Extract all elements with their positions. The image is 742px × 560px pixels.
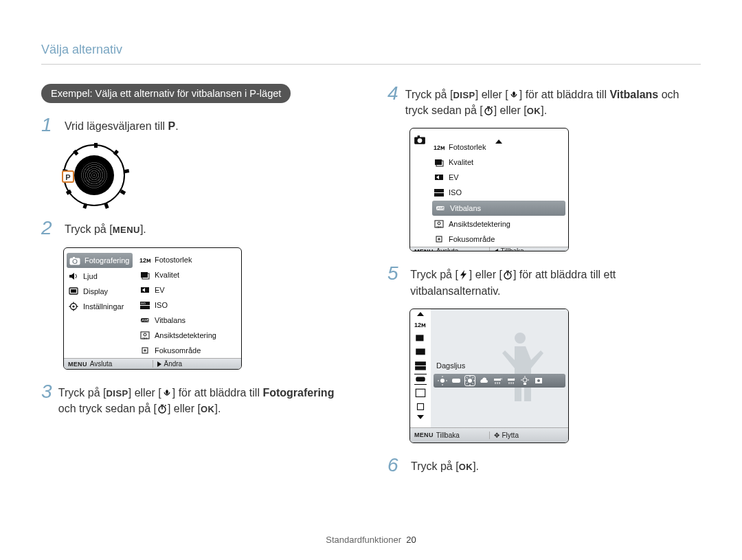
menu-button-label: MENU bbox=[113, 224, 140, 237]
svg-rect-59 bbox=[415, 366, 426, 370]
ev-icon bbox=[139, 285, 150, 295]
focus-icon bbox=[414, 401, 427, 412]
svg-text:12ᴍ: 12ᴍ bbox=[139, 257, 150, 264]
t: Tryck på [ bbox=[410, 269, 458, 280]
opt-ev: EV bbox=[135, 282, 241, 298]
label: Inställningar bbox=[83, 302, 124, 311]
face-icon bbox=[414, 388, 427, 399]
label: Fokusområde bbox=[155, 346, 201, 355]
example-pill: Exempel: Välja ett alternativ för vitbal… bbox=[41, 84, 291, 103]
gear-icon bbox=[68, 302, 79, 311]
t: ] för att bläddra till bbox=[172, 387, 263, 399]
menu-tag: MENU bbox=[68, 361, 87, 368]
t: Tryck på [ bbox=[411, 460, 459, 472]
step-number: 3 bbox=[41, 382, 54, 401]
left-arrow-icon bbox=[494, 249, 498, 252]
svg-line-75 bbox=[473, 383, 474, 384]
step-5: 5 Tryck på [] eller [] för att bläddra t… bbox=[387, 264, 701, 298]
focus-icon bbox=[434, 234, 445, 244]
step-number: 2 bbox=[41, 219, 60, 238]
wb-chip-cloud bbox=[479, 376, 488, 385]
size-icon: 12ᴍ bbox=[139, 255, 150, 265]
opt-kvalitet: Kvalitet bbox=[135, 267, 241, 282]
p-mode-glyph: P bbox=[168, 120, 176, 132]
quality-icon bbox=[434, 157, 445, 167]
menu-item-ljud: Ljud bbox=[64, 269, 135, 284]
step-3: 3 Tryck på [DISP] eller [] för att blädd… bbox=[41, 382, 355, 416]
t: ]. bbox=[541, 104, 547, 116]
opt-kvalitet: Kvalitet bbox=[429, 155, 568, 170]
svg-rect-89 bbox=[524, 383, 526, 385]
opt-vitbalans: AWBVitbalans bbox=[135, 313, 241, 328]
svg-rect-58 bbox=[415, 361, 426, 366]
label: Vitbalans bbox=[450, 204, 481, 212]
wb-icon: AWB bbox=[139, 315, 150, 325]
svg-point-6 bbox=[72, 305, 74, 307]
svg-line-29 bbox=[165, 405, 166, 407]
svg-text:OFF: OFF bbox=[436, 225, 442, 229]
wb-chip-fluor-l: L bbox=[506, 376, 516, 385]
sound-icon bbox=[68, 271, 79, 281]
wb-chip-sun2 bbox=[465, 376, 475, 385]
opt-ansikts: OFFAnsiktsdetektering bbox=[429, 216, 568, 232]
iso-icon: ISO bbox=[139, 300, 150, 310]
t: ]. bbox=[214, 403, 221, 414]
t: ] eller [ bbox=[168, 403, 201, 414]
up-arrow-icon bbox=[417, 312, 424, 316]
svg-line-54 bbox=[510, 271, 512, 273]
footer-avsluta: Avsluta bbox=[90, 360, 113, 368]
svg-rect-1 bbox=[73, 257, 75, 259]
wb-chip-sun bbox=[438, 376, 447, 385]
right-column: 4 Tryck på [DISP] eller [] för att blädd… bbox=[387, 84, 701, 484]
camera-icon bbox=[69, 256, 80, 265]
macro-icon bbox=[508, 88, 519, 98]
svg-line-33 bbox=[491, 107, 493, 109]
wb-icon bbox=[414, 374, 427, 385]
step-text: Tryck på [OK]. bbox=[411, 456, 479, 474]
timer-icon bbox=[502, 268, 513, 278]
label: Ansiktsdetektering bbox=[449, 220, 510, 228]
up-arrow-icon bbox=[495, 131, 502, 144]
svg-rect-61 bbox=[416, 389, 425, 396]
opt-ev: EV bbox=[429, 170, 568, 185]
ok-button-label: OK bbox=[201, 403, 215, 416]
label: Fotostorlek bbox=[449, 143, 486, 151]
quality-icon bbox=[139, 270, 150, 280]
flash-icon bbox=[458, 268, 469, 278]
wb-chip-awb bbox=[451, 376, 461, 385]
mode-dial-illustration: P bbox=[63, 144, 125, 206]
size-icon: 12ᴍ bbox=[414, 319, 427, 330]
menu-list: 12ᴍFotostorlek Kvalitet EV ISO AWBVitbal… bbox=[429, 128, 568, 247]
footer-section: Standardfunktioner bbox=[326, 535, 401, 545]
label: Fokusområde bbox=[449, 235, 495, 243]
ev-icon bbox=[414, 346, 427, 357]
step-2: 2 Tryck på [MENU]. bbox=[41, 219, 355, 238]
menu-screen-fotografering: Fotografering Ljud Display Inställningar bbox=[63, 247, 242, 370]
camera-icon bbox=[414, 133, 426, 145]
ev-icon bbox=[434, 172, 445, 182]
right-arrow-icon bbox=[157, 361, 161, 367]
label: EV bbox=[449, 173, 459, 181]
wb-chip-custom bbox=[534, 376, 543, 385]
step-number: 5 bbox=[387, 264, 406, 283]
left-column: Exempel: Välja ett alternativ för vitbal… bbox=[41, 84, 355, 484]
person-silhouette bbox=[493, 326, 548, 408]
t: ] eller [ bbox=[128, 387, 161, 399]
label: Kvalitet bbox=[449, 158, 473, 166]
screen-tab-camera bbox=[410, 128, 429, 247]
menu-tag: MENU bbox=[414, 248, 434, 252]
step-6: 6 Tryck på [OK]. bbox=[387, 456, 701, 475]
svg-point-63 bbox=[440, 379, 445, 383]
svg-point-21 bbox=[144, 333, 146, 336]
label: Ljud bbox=[83, 272, 98, 280]
label: ISO bbox=[155, 301, 168, 309]
label: Display bbox=[83, 287, 108, 295]
t: och tryck sedan på [ bbox=[58, 403, 157, 414]
page-footer: Standardfunktioner 20 bbox=[0, 535, 742, 545]
step-text: Tryck på [DISP] eller [] för att bläddra… bbox=[58, 382, 355, 416]
svg-rect-35 bbox=[418, 135, 420, 137]
ok-button-label: OK bbox=[459, 461, 473, 474]
step-text: Tryck på [] eller [] för att bläddra til… bbox=[410, 264, 701, 298]
t: ]. bbox=[473, 460, 479, 472]
label: Fotografering bbox=[85, 256, 129, 265]
